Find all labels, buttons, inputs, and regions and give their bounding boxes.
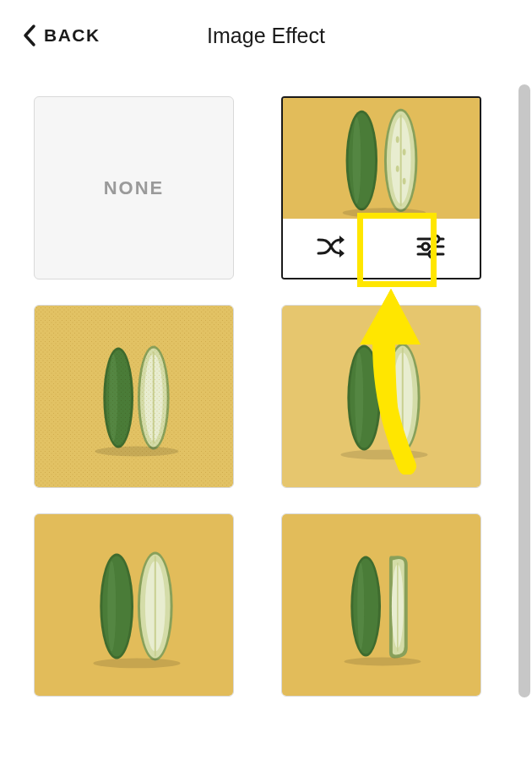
back-label: BACK	[44, 25, 100, 46]
effect-preview	[35, 514, 233, 696]
effect-tile[interactable]	[34, 513, 234, 697]
none-label: NONE	[104, 177, 165, 199]
svg-point-11	[403, 178, 406, 185]
effect-preview	[283, 98, 480, 219]
svg-point-27	[95, 446, 178, 456]
svg-point-52	[344, 657, 421, 665]
effect-actions	[283, 219, 480, 278]
svg-point-49	[357, 562, 364, 649]
effect-tile-selected[interactable]	[281, 96, 481, 279]
effects-grid: NONE	[34, 96, 502, 697]
effect-tile[interactable]	[281, 513, 481, 697]
page-title: Image Effect	[207, 24, 325, 48]
scrollbar-thumb[interactable]	[518, 84, 530, 697]
adjust-button[interactable]	[382, 219, 480, 278]
sliders-icon	[415, 234, 446, 263]
shuffle-icon	[316, 232, 348, 264]
svg-point-16	[422, 243, 429, 250]
svg-point-10	[396, 165, 399, 172]
svg-point-18	[429, 251, 436, 258]
svg-point-22	[109, 354, 117, 441]
header: BACK Image Effect	[0, 0, 532, 71]
chevron-left-icon	[22, 24, 37, 47]
svg-point-12	[343, 208, 426, 218]
svg-point-48	[353, 558, 378, 654]
svg-point-31	[355, 352, 363, 442]
svg-point-3	[352, 117, 361, 204]
effect-tile[interactable]	[281, 305, 481, 488]
svg-point-45	[93, 658, 180, 668]
back-button[interactable]: BACK	[22, 24, 100, 47]
svg-point-39	[102, 556, 131, 656]
content: NONE	[0, 71, 532, 760]
effect-preview	[35, 306, 233, 487]
effect-preview	[282, 514, 480, 696]
svg-rect-28	[282, 306, 480, 487]
svg-rect-46	[282, 514, 480, 696]
svg-rect-19	[35, 306, 233, 487]
svg-point-9	[403, 149, 406, 155]
effect-preview	[282, 306, 480, 487]
svg-point-14	[432, 236, 439, 242]
svg-point-30	[350, 347, 378, 448]
svg-point-40	[107, 561, 116, 651]
effect-tile[interactable]	[34, 305, 234, 488]
svg-rect-0	[283, 98, 480, 219]
svg-point-36	[340, 449, 427, 459]
shuffle-button[interactable]	[283, 219, 382, 278]
svg-point-2	[349, 113, 376, 208]
svg-point-8	[396, 136, 399, 143]
svg-rect-37	[35, 514, 233, 696]
effect-tile-none[interactable]: NONE	[34, 96, 234, 279]
